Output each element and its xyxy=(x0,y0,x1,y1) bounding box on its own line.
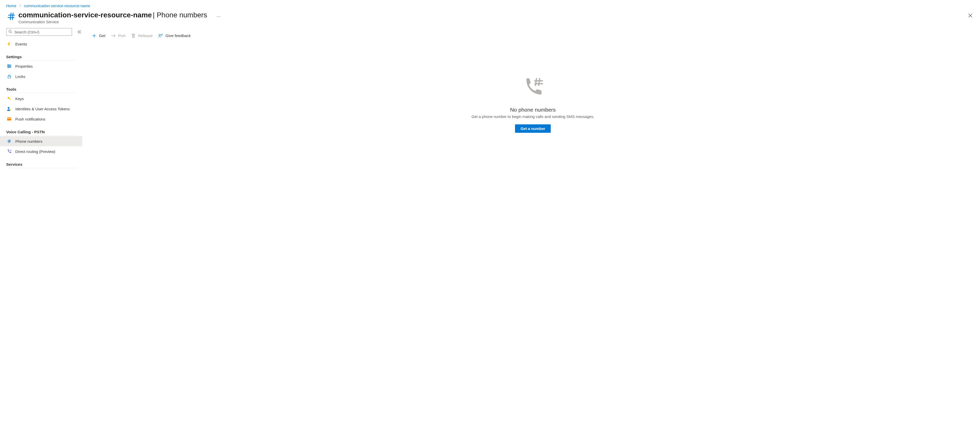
toolbar-give-feedback-button[interactable]: Give feedback xyxy=(158,33,191,38)
close-button[interactable] xyxy=(966,11,975,20)
svg-point-13 xyxy=(11,150,11,151)
sidebar-group-tools: Tools xyxy=(6,87,82,92)
page-title: communication-service-resource-name | Ph… xyxy=(18,11,207,19)
trash-icon xyxy=(131,33,135,38)
search-input-wrapper[interactable] xyxy=(6,28,72,36)
empty-state-icon xyxy=(522,77,544,100)
sidebar-item-label: Push notifications xyxy=(15,117,45,121)
search-icon xyxy=(8,30,12,35)
sidebar-item-label: Events xyxy=(15,42,27,46)
main-content: Get Port Release xyxy=(82,26,980,169)
toolbar-release-button: Release xyxy=(131,33,153,38)
page-subtitle: Communication Service xyxy=(18,20,207,24)
hash-icon xyxy=(6,11,17,22)
chevron-right-icon xyxy=(19,4,21,8)
person-key-icon xyxy=(6,106,12,111)
toolbar: Get Port Release xyxy=(92,30,974,41)
sidebar-item-keys[interactable]: Keys xyxy=(6,94,82,104)
sidebar-item-label: Locks xyxy=(15,74,25,79)
svg-rect-18 xyxy=(535,83,543,84)
phone-route-icon xyxy=(6,149,12,154)
sidebar-item-properties[interactable]: Properties xyxy=(6,61,82,71)
svg-rect-5 xyxy=(8,76,11,78)
sidebar-group-voice: Voice Calling - PSTN xyxy=(6,130,82,134)
empty-state-description: Get a phone number to begin making calls… xyxy=(471,115,594,119)
sidebar-item-label: Phone numbers xyxy=(15,139,42,144)
search-input[interactable] xyxy=(14,30,70,34)
svg-rect-7 xyxy=(9,98,11,100)
lightning-icon xyxy=(6,41,12,46)
svg-rect-15 xyxy=(535,78,537,86)
sidebar-item-phone-numbers[interactable]: Phone numbers xyxy=(0,136,82,146)
svg-point-2 xyxy=(8,64,9,65)
svg-point-9 xyxy=(10,109,11,110)
hash-icon xyxy=(6,139,12,144)
lock-icon xyxy=(6,74,12,79)
toolbar-label: Get xyxy=(99,33,105,38)
sidebar-item-events[interactable]: Events xyxy=(6,39,82,49)
sidebar-item-label: Direct routing (Preview) xyxy=(15,149,56,154)
svg-point-0 xyxy=(9,30,11,32)
get-a-number-button[interactable]: Get a number xyxy=(515,124,551,133)
sidebar-group-settings: Settings xyxy=(6,55,82,59)
sidebar-item-label: Keys xyxy=(15,97,24,101)
sidebar-group-services: Services xyxy=(6,162,82,167)
sidebar-item-direct-routing[interactable]: Direct routing (Preview) xyxy=(6,146,82,156)
breadcrumb: Home communication-service-resource-name xyxy=(0,0,980,10)
card-icon xyxy=(6,116,12,121)
breadcrumb-resource[interactable]: communication-service-resource-name xyxy=(24,3,90,8)
plus-icon xyxy=(92,33,97,38)
svg-point-6 xyxy=(7,97,9,99)
sidebar-item-push-notifications[interactable]: Push notifications xyxy=(6,114,82,124)
svg-point-4 xyxy=(8,67,9,68)
sidebar-item-locks[interactable]: Locks xyxy=(6,71,82,81)
sidebar-item-identities[interactable]: Identities & User Access Tokens xyxy=(6,104,82,114)
svg-point-12 xyxy=(10,150,11,151)
empty-state-title: No phone numbers xyxy=(510,107,556,113)
divider xyxy=(6,60,77,61)
sidebar-item-label: Identities & User Access Tokens xyxy=(15,107,70,111)
toolbar-label: Give feedback xyxy=(165,33,191,38)
page-title-section: | Phone numbers xyxy=(153,11,207,19)
page-header: communication-service-resource-name | Ph… xyxy=(0,10,980,26)
sidebar-item-label: Properties xyxy=(15,64,33,69)
arrow-right-icon xyxy=(111,33,116,38)
feedback-person-icon xyxy=(158,33,163,38)
collapse-sidebar-button[interactable] xyxy=(76,29,82,35)
svg-point-8 xyxy=(8,107,10,109)
sliders-icon xyxy=(6,64,12,69)
sidebar: Events Settings Properties Locks Tools xyxy=(0,26,82,169)
breadcrumb-home[interactable]: Home xyxy=(6,3,16,8)
svg-point-14 xyxy=(159,35,160,36)
more-button[interactable]: ⋯ xyxy=(215,13,223,20)
toolbar-label: Port xyxy=(118,33,125,38)
page-title-resource: communication-service-resource-name xyxy=(18,11,152,19)
toolbar-label: Release xyxy=(138,33,153,38)
svg-rect-17 xyxy=(535,80,543,81)
svg-rect-10 xyxy=(7,118,11,121)
svg-point-3 xyxy=(10,65,11,67)
toolbar-port-button: Port xyxy=(111,33,125,38)
key-icon xyxy=(6,96,12,101)
toolbar-get-button[interactable]: Get xyxy=(92,33,105,38)
svg-rect-16 xyxy=(538,78,540,86)
svg-rect-11 xyxy=(7,118,11,119)
empty-state: No phone numbers Get a phone number to b… xyxy=(92,77,974,133)
svg-line-1 xyxy=(11,32,12,33)
